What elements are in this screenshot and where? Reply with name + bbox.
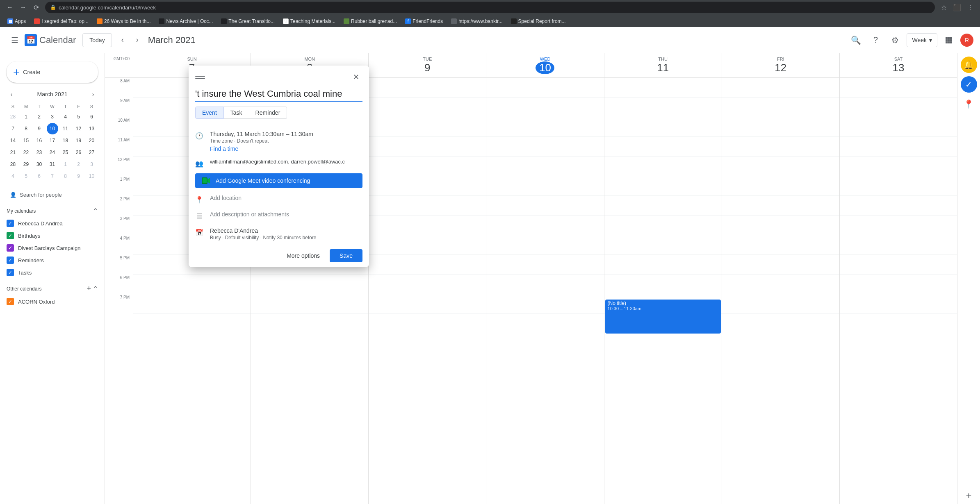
clock-icon: 🕐: [195, 132, 203, 140]
modal-attendees-content: williamhillman@aegislimited.com, darren.…: [210, 159, 362, 165]
modal-location-content: Add location: [210, 195, 362, 201]
svg-rect-10: [203, 178, 207, 183]
calendar-color-dot: [262, 229, 266, 233]
calendar-owner-text: Rebecca D'Andrea: [210, 227, 362, 234]
attendees-text[interactable]: williamhillman@aegislimited.com, darren.…: [210, 159, 362, 165]
more-options-button[interactable]: More options: [280, 249, 326, 262]
modal-date-time-content: Thursday, 11 March 10:30am – 11:30am Tim…: [210, 131, 362, 152]
meet-label: Add Google Meet video conferencing: [216, 177, 310, 184]
tab-reminder[interactable]: Reminder: [249, 107, 287, 119]
location-icon: 📍: [195, 195, 203, 204]
calendar-icon: 📅: [195, 228, 203, 236]
calendar-details-text: Busy · Default visibility · Notify 30 mi…: [210, 235, 362, 241]
modal-description-content: Add description or attachments: [210, 211, 362, 218]
description-placeholder[interactable]: Add description or attachments: [210, 211, 289, 218]
location-placeholder[interactable]: Add location: [210, 195, 242, 201]
modal-overlay: ✕ Event Task Reminder 🕐 Thursday, 11 Mar…: [0, 0, 980, 504]
drag-line-2: [195, 78, 205, 79]
event-title-area: [189, 84, 369, 107]
find-time-link[interactable]: Find a time: [210, 145, 362, 152]
tab-event[interactable]: Event: [195, 107, 224, 119]
modal-location-row: 📍 Add location: [189, 191, 369, 208]
event-create-modal: ✕ Event Task Reminder 🕐 Thursday, 11 Mar…: [189, 66, 369, 267]
event-type-tabs: Event Task Reminder: [189, 107, 369, 124]
timezone-text: Time zone · Doesn't repeat: [210, 138, 362, 144]
modal-calendar-row: 📅 Rebecca D'Andrea Busy · Default visibi…: [189, 224, 369, 244]
modal-footer: More options Save: [189, 244, 369, 267]
meet-icon: [202, 177, 212, 184]
description-icon: ☰: [195, 212, 203, 220]
meet-button[interactable]: Add Google Meet video conferencing: [195, 173, 362, 188]
modal-description-row: ☰ Add description or attachments: [189, 208, 369, 224]
date-time-text[interactable]: Thursday, 11 March 10:30am – 11:30am: [210, 131, 362, 137]
modal-top-bar: ✕: [189, 66, 369, 84]
modal-close-button[interactable]: ✕: [349, 70, 362, 84]
tab-task[interactable]: Task: [224, 107, 249, 119]
drag-line-1: [195, 76, 205, 77]
attendees-icon: 👥: [195, 159, 203, 168]
save-button[interactable]: Save: [330, 249, 362, 262]
event-title-input[interactable]: [195, 87, 362, 102]
drag-handle[interactable]: [195, 76, 205, 79]
modal-calendar-content: Rebecca D'Andrea Busy · Default visibili…: [210, 227, 362, 241]
modal-date-time-row: 🕐 Thursday, 11 March 10:30am – 11:30am T…: [189, 127, 369, 155]
modal-attendees-row: 👥 williamhillman@aegislimited.com, darre…: [189, 155, 369, 172]
